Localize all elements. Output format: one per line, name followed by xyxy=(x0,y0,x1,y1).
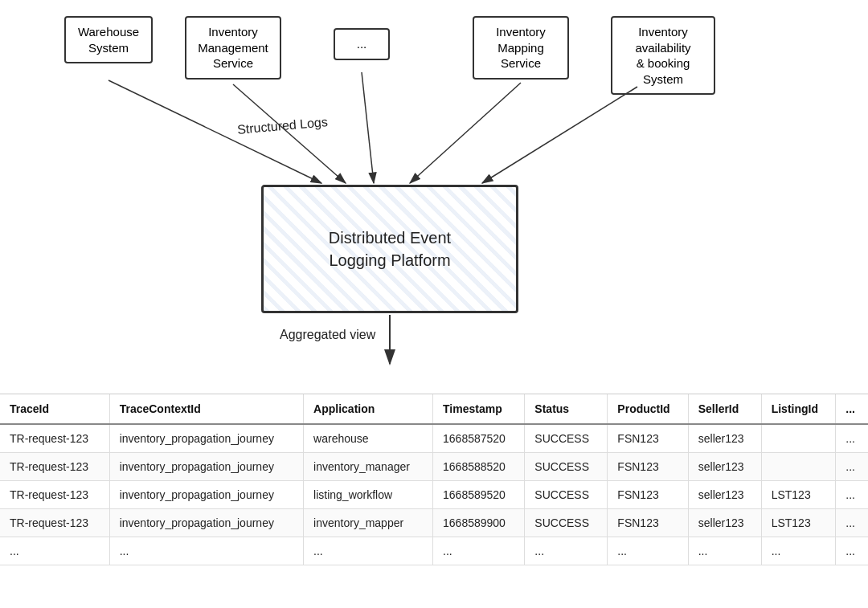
table-cell-2-4: SUCCESS xyxy=(525,481,608,509)
table-cell-0-8: ... xyxy=(836,424,868,453)
table-cell-2-5: FSN123 xyxy=(608,481,688,509)
table-cell-4-5: ... xyxy=(608,537,688,565)
svg-line-3 xyxy=(362,72,374,183)
table-cell-2-2: listing_workflow xyxy=(304,481,433,509)
table-cell-3-8: ... xyxy=(836,509,868,537)
col-listing-id: ListingId xyxy=(761,394,836,424)
table-cell-1-6: seller123 xyxy=(688,453,761,481)
table-cell-4-0: ... xyxy=(0,537,109,565)
aggregated-view-label: Aggregated view xyxy=(280,328,375,342)
table-cell-4-6: ... xyxy=(688,537,761,565)
svg-line-4 xyxy=(410,83,521,183)
col-product-id: ProductId xyxy=(608,394,688,424)
table-cell-1-5: FSN123 xyxy=(608,453,688,481)
table-cell-4-3: ... xyxy=(433,537,525,565)
table-cell-2-8: ... xyxy=(836,481,868,509)
table-cell-0-4: SUCCESS xyxy=(525,424,608,453)
table-cell-3-3: 1668589900 xyxy=(433,509,525,537)
inventory-availability-label: Inventoryavailability& bookingSystem xyxy=(635,25,690,86)
table-cell-1-4: SUCCESS xyxy=(525,453,608,481)
platform-box: Distributed EventLogging Platform xyxy=(261,185,518,313)
table-cell-4-2: ... xyxy=(304,537,433,565)
col-trace-id: TraceId xyxy=(0,394,109,424)
table-cell-2-0: TR-request-123 xyxy=(0,481,109,509)
table-header-row: TraceId TraceContextId Application Times… xyxy=(0,394,868,424)
table-row: TR-request-123inventory_propagation_jour… xyxy=(0,509,868,537)
table-cell-0-7 xyxy=(761,424,836,453)
table-cell-4-1: ... xyxy=(109,537,303,565)
table-cell-0-5: FSN123 xyxy=(608,424,688,453)
warehouse-system-box: WarehouseSystem xyxy=(64,16,153,63)
inventory-management-label: InventoryManagementService xyxy=(198,25,268,70)
svg-line-5 xyxy=(482,87,637,183)
col-timestamp: Timestamp xyxy=(433,394,525,424)
table-cell-1-3: 1668588520 xyxy=(433,453,525,481)
table-cell-3-7: LST123 xyxy=(761,509,836,537)
col-more: ... xyxy=(836,394,868,424)
inventory-mapping-box: InventoryMappingService xyxy=(473,16,569,80)
inventory-mapping-label: InventoryMappingService xyxy=(496,25,546,70)
col-trace-context-id: TraceContextId xyxy=(109,394,303,424)
trace-table: TraceId TraceContextId Application Times… xyxy=(0,394,868,565)
table-area: TraceId TraceContextId Application Times… xyxy=(0,394,868,565)
table-cell-3-4: SUCCESS xyxy=(525,509,608,537)
table-cell-1-0: TR-request-123 xyxy=(0,453,109,481)
dots-label: ... xyxy=(357,37,367,51)
inventory-management-box: InventoryManagementService xyxy=(185,16,281,80)
table-cell-0-6: seller123 xyxy=(688,424,761,453)
table-cell-4-7: ... xyxy=(761,537,836,565)
col-seller-id: SellerId xyxy=(688,394,761,424)
table-cell-4-4: ... xyxy=(525,537,608,565)
table-cell-1-2: inventory_manager xyxy=(304,453,433,481)
table-cell-1-7 xyxy=(761,453,836,481)
table-cell-1-1: inventory_propagation_journey xyxy=(109,453,303,481)
table-cell-0-0: TR-request-123 xyxy=(0,424,109,453)
col-status: Status xyxy=(525,394,608,424)
table-cell-0-1: inventory_propagation_journey xyxy=(109,424,303,453)
table-row: TR-request-123inventory_propagation_jour… xyxy=(0,481,868,509)
table-cell-0-2: warehouse xyxy=(304,424,433,453)
table-row: ........................... xyxy=(0,537,868,565)
table-cell-3-1: inventory_propagation_journey xyxy=(109,509,303,537)
table-row: TR-request-123inventory_propagation_jour… xyxy=(0,453,868,481)
architecture-diagram: WarehouseSystem InventoryManagementServi… xyxy=(0,0,868,394)
table-cell-4-8: ... xyxy=(836,537,868,565)
table-cell-3-5: FSN123 xyxy=(608,509,688,537)
dots-box: ... xyxy=(334,28,390,60)
table-row: TR-request-123inventory_propagation_jour… xyxy=(0,424,868,453)
inventory-availability-box: Inventoryavailability& bookingSystem xyxy=(611,16,715,95)
table-cell-3-6: seller123 xyxy=(688,509,761,537)
col-application: Application xyxy=(304,394,433,424)
table-cell-3-2: inventory_mapper xyxy=(304,509,433,537)
table-cell-0-3: 1668587520 xyxy=(433,424,525,453)
structured-logs-label: Structured Logs xyxy=(236,115,328,137)
table-cell-2-1: inventory_propagation_journey xyxy=(109,481,303,509)
table-cell-1-8: ... xyxy=(836,453,868,481)
table-cell-3-0: TR-request-123 xyxy=(0,509,109,537)
table-cell-2-6: seller123 xyxy=(688,481,761,509)
table-cell-2-7: LST123 xyxy=(761,481,836,509)
platform-label: Distributed EventLogging Platform xyxy=(329,226,451,271)
table-cell-2-3: 1668589520 xyxy=(433,481,525,509)
warehouse-system-label: WarehouseSystem xyxy=(78,25,139,55)
